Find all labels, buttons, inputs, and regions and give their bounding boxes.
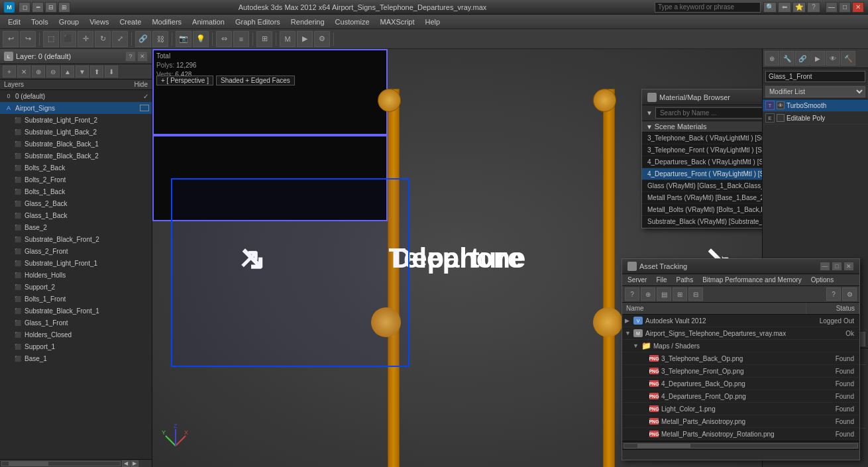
align-btn[interactable]: ≡: [233, 31, 249, 47]
lt-up-btn[interactable]: ▲: [61, 66, 74, 78]
rotate-btn[interactable]: ↻: [95, 31, 111, 47]
minimize-btn[interactable]: —: [826, 2, 838, 13]
layer-item[interactable]: ⬛Substrate_Black_Front_1: [0, 305, 152, 317]
menu-customize[interactable]: Customize: [330, 17, 375, 27]
rp-display-tab[interactable]: 👁: [826, 51, 840, 66]
select-btn[interactable]: ⬚: [43, 31, 59, 47]
material-item[interactable]: Glass (VRayMtl) [Glass_1_Back,Glass_1_Fr…: [642, 180, 762, 192]
viewport-perspective-label[interactable]: + [ Perspective ]: [156, 76, 213, 85]
layer-item[interactable]: 00 (default)✓: [0, 90, 152, 102]
asset-tracking-item[interactable]: PNG3_Telephone_Back_Op.pngFound: [622, 352, 859, 365]
layers-scroll-thumb[interactable]: [9, 462, 48, 466]
layer-item[interactable]: ⬛Substrate_Light_Front_2: [0, 114, 152, 126]
material-item[interactable]: Metall Parts (VRayMtl) [Base_1,Base_2,Ho…: [642, 192, 762, 204]
rp-utilities-tab[interactable]: 🔨: [841, 51, 855, 66]
layers-scroll-right[interactable]: ▶: [131, 460, 138, 467]
light-btn[interactable]: 💡: [193, 31, 209, 47]
material-browser-list[interactable]: 3_Telephone_Back ( VRayLightMtl ) [Subst…: [642, 132, 762, 228]
unlink-btn[interactable]: ⛓: [152, 31, 168, 47]
at-menu-paths[interactable]: Paths: [674, 276, 696, 284]
redo-btn[interactable]: ↪: [20, 31, 36, 47]
layer-item[interactable]: ⬛Bolts_2_Front: [0, 174, 152, 185]
nav-btn-1[interactable]: ⬅: [778, 2, 791, 13]
layer-item[interactable]: ⬛Bolts_1_Front: [0, 293, 152, 305]
tb-btn-2[interactable]: ━: [32, 2, 44, 13]
layers-list[interactable]: 00 (default)✓AAirport_Signs⬛Substrate_Li…: [0, 90, 152, 459]
layer-item[interactable]: ⬛Substrate_Light_Back_2: [0, 126, 152, 138]
layers-help-btn[interactable]: ?: [125, 51, 136, 62]
at-expand-btn[interactable]: ▶: [625, 317, 633, 324]
layers-scroll-track[interactable]: [1, 461, 121, 466]
rp-hierarchy-tab[interactable]: 🔗: [795, 51, 810, 66]
layer-item[interactable]: ⬛Support_2: [0, 281, 152, 293]
asset-tracking-item[interactable]: ▶VAutodesk Vault 2012Logged Out: [622, 315, 859, 327]
rp-modifier-select[interactable]: Modifier List: [765, 86, 865, 97]
asset-tracking-item[interactable]: PNGMetall_Parts_Anisotropy.pngFound: [622, 415, 859, 428]
maximize-btn[interactable]: □: [839, 2, 851, 13]
close-btn[interactable]: ✕: [852, 2, 864, 13]
rp-object-name-input[interactable]: [765, 71, 865, 82]
layer-item[interactable]: ⬛Glass_1_Back: [0, 209, 152, 221]
lt-remove-btn[interactable]: ⊖: [46, 66, 60, 78]
asset-tracking-item[interactable]: PNGMetall_Parts_Anisotropy_Rotation.pngF…: [622, 428, 859, 441]
layers-scroll-left[interactable]: ◀: [122, 460, 130, 467]
layer-item[interactable]: ⬛Holders_Closed: [0, 329, 152, 340]
layer-item[interactable]: ⬛Bolts_2_Back: [0, 162, 152, 174]
asset-tracking-item[interactable]: ▼📁Maps / Shaders: [622, 340, 859, 352]
material-item[interactable]: 3_Telephone_Back ( VRayLightMtl ) [Subst…: [642, 132, 762, 144]
link-btn[interactable]: 🔗: [135, 31, 151, 47]
layer-item[interactable]: ⬛Base_2: [0, 221, 152, 233]
at-hscroll-bar[interactable]: [624, 443, 858, 448]
layer-item[interactable]: ⬛Glass_2_Front: [0, 245, 152, 257]
asset-tracking-item[interactable]: PNG4_Departures_Back_Op.pngFound: [622, 378, 859, 390]
layer-btn[interactable]: ⊞: [256, 31, 272, 47]
menu-graph-editors[interactable]: Graph Editors: [230, 17, 286, 27]
tb-btn-1[interactable]: ◻: [19, 2, 30, 13]
menu-maxscript[interactable]: MAXScript: [375, 17, 420, 27]
lt-delete-btn[interactable]: ✕: [17, 66, 30, 78]
menu-modifiers[interactable]: Modifiers: [146, 17, 187, 27]
scale-btn[interactable]: ⤢: [112, 31, 128, 47]
layer-item[interactable]: ⬛Base_1: [0, 352, 152, 364]
menu-help[interactable]: Help: [420, 17, 446, 27]
asset-tracking-item[interactable]: PNG3_Telephone_Front_Op.pngFound: [622, 365, 859, 378]
search-input[interactable]: [655, 2, 761, 13]
material-item[interactable]: 4_Departures_Front ( VRayLightMtl ) [Sub…: [642, 168, 762, 180]
viewport-shading-label[interactable]: Shaded + Edged Faces: [216, 76, 295, 85]
menu-animation[interactable]: Animation: [187, 17, 230, 27]
lt-down-btn[interactable]: ▼: [76, 66, 89, 78]
render-setup-btn[interactable]: ⚙: [314, 31, 330, 47]
menu-rendering[interactable]: Rendering: [286, 17, 330, 27]
lt-new-btn[interactable]: +: [3, 66, 16, 78]
menu-group[interactable]: Group: [54, 17, 85, 27]
material-browser-search[interactable]: [655, 107, 762, 119]
material-item[interactable]: Metall_Bolts (VRayMtl) [Bolts_1_Back,Bol…: [642, 204, 762, 216]
at-expand-btn[interactable]: ▼: [633, 342, 641, 349]
layer-item[interactable]: ⬛Substrate_Light_Front_1: [0, 257, 152, 269]
lt-move-down-btn[interactable]: ⬇: [105, 66, 118, 78]
material-item[interactable]: Substrate_Black (VRayMtl) [Substrate_Bla…: [642, 216, 762, 228]
lt-move-up-btn[interactable]: ⬆: [90, 66, 103, 78]
layer-item[interactable]: ⬛Support_1: [0, 340, 152, 352]
at-menu-server[interactable]: Server: [625, 276, 649, 284]
layer-item[interactable]: ⬛Holders_Holls: [0, 269, 152, 281]
tb-btn-4[interactable]: ⊞: [58, 2, 70, 13]
render-btn[interactable]: ▶: [297, 31, 313, 47]
asset-tracking-item[interactable]: PNG4_Departures_Front_Op.pngFound: [622, 390, 859, 403]
material-item[interactable]: 4_Departures_Back ( VRayLightMtl ) [Subs…: [642, 156, 762, 168]
at-maximize-btn[interactable]: □: [832, 262, 842, 271]
turbosmooth-visibility-check[interactable]: 👁: [777, 101, 785, 109]
at-tb-btn-1[interactable]: ?: [625, 287, 639, 301]
layer-item[interactable]: AAirport_Signs: [0, 102, 152, 114]
at-tb-btn-4[interactable]: ⊞: [673, 287, 687, 301]
at-hscroll-thumb[interactable]: [637, 444, 690, 448]
menu-create[interactable]: Create: [114, 17, 146, 27]
search-btn[interactable]: 🔍: [763, 2, 777, 13]
at-tb-btn-3[interactable]: ▤: [657, 287, 671, 301]
layer-item[interactable]: ⬛Substrate_Black_Front_2: [0, 233, 152, 245]
at-tb-btn-2[interactable]: ⊕: [641, 287, 655, 301]
layers-scrollbar[interactable]: ◀ ▶: [0, 459, 152, 467]
material-item[interactable]: 3_Telephone_Front ( VRayLightMtl ) [Subs…: [642, 144, 762, 156]
layer-item[interactable]: ⬛Glass_1_Front: [0, 317, 152, 329]
undo-btn[interactable]: ↩: [3, 31, 19, 47]
